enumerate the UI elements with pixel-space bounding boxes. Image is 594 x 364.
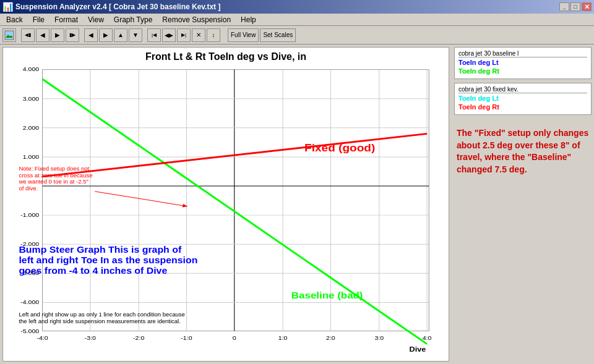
right-panel: cobra jet 30 baseline l ToeIn deg Lt Toe… (452, 44, 594, 364)
chart-svg: 4.000 3.000 2.000 1.000 -1.000 -2.000 -3… (3, 64, 449, 355)
svg-rect-3 (43, 70, 429, 331)
cross-btn[interactable]: ✕ (192, 28, 205, 42)
menu-format[interactable]: Format (50, 14, 83, 25)
svg-text:-5.000: -5.000 (20, 328, 39, 334)
arrow-right2-btn[interactable]: ▶ (99, 28, 113, 42)
baseline-bad-label: Baseline (bad) (291, 289, 363, 300)
minimize-btn[interactable]: _ (559, 2, 569, 11)
bump-steer-line3: goes from -4 to 4 inches of Dive (19, 266, 167, 276)
fixed-toein-lt: ToeIn deg Lt (458, 95, 587, 102)
image-icon (4, 30, 14, 40)
svg-rect-1 (6, 32, 13, 39)
small-note-1: Left and right show up as only 1 line fo… (19, 311, 184, 318)
lr-center-btn[interactable]: ◀▶ (162, 28, 176, 42)
fixed-legend: cobra jet 30 fixed kev. ToeIn deg Lt Toe… (454, 83, 592, 115)
note-text: Note: Fixed setup does not (19, 166, 89, 172)
svg-text:0: 0 (233, 334, 236, 341)
arrow-down-btn[interactable]: ▼ (129, 28, 142, 42)
menu-back[interactable]: Back (1, 14, 28, 25)
svg-text:1:0: 1:0 (278, 334, 288, 341)
svg-text:-2:0: -2:0 (133, 334, 145, 341)
svg-text:-1.000: -1.000 (20, 211, 39, 218)
title-bar-controls: _ □ ✕ (559, 2, 592, 11)
note-text3: we wanted 0 toe in at -2.5" (18, 179, 88, 185)
svg-text:4:0: 4:0 (423, 334, 432, 341)
arrow-left-btn[interactable]: ◀ (36, 28, 50, 42)
end-right-btn[interactable]: ▶| (177, 28, 191, 42)
note-text4: of dive. (19, 185, 38, 192)
note-text2: cross at zero toe in because (19, 172, 92, 179)
set-scales-btn[interactable]: Set Scales (260, 28, 296, 42)
svg-text:-4.000: -4.000 (20, 299, 39, 305)
fixed-toein-rt: ToeIn deg Rt (458, 103, 587, 111)
baseline-toein-rt: ToeIn deg Rt (458, 67, 587, 75)
svg-text:2:0: 2:0 (326, 334, 335, 341)
toolbar: ◀▮ ◀ ▶ ▮▶ ◀ ▶ ▲ ▼ |◀ ◀▶ ▶| ✕ ↕ Full View… (0, 26, 594, 44)
fixed-legend-title: cobra jet 30 fixed kev. (458, 86, 587, 93)
menu-view[interactable]: View (83, 14, 109, 25)
svg-text:4.000: 4.000 (23, 66, 40, 72)
baseline-legend: cobra jet 30 baseline l ToeIn deg Lt Toe… (454, 47, 592, 79)
close-btn[interactable]: ✕ (582, 2, 592, 11)
description-text: The "Fixed" setup only changes about 2.5… (454, 125, 592, 178)
bump-steer-title: Bump Steer Graph This is graph of (19, 244, 182, 254)
baseline-toein-lt: ToeIn deg Lt (458, 59, 587, 66)
title-bar: 📊 Suspension Analyzer v2.4 [ Cobra Jet 3… (0, 0, 594, 14)
menu-remove-suspension[interactable]: Remove Suspension (157, 14, 236, 25)
chart-area: Front Lt & Rt ToeIn deg vs Dive, in (2, 47, 449, 362)
svg-text:1.000: 1.000 (23, 153, 40, 159)
dive-axis-label: Dive (409, 345, 426, 353)
main-content: Front Lt & Rt ToeIn deg vs Dive, in (0, 44, 594, 364)
image-toolbar-btn[interactable] (2, 28, 16, 42)
svg-text:-4:0: -4:0 (37, 334, 48, 341)
arrow-right-btn[interactable]: ▶ (51, 28, 64, 42)
menu-file[interactable]: File (28, 14, 50, 25)
app-icon: 📊 (2, 2, 13, 12)
bump-steer-line2: left and right Toe In as the suspension (19, 255, 197, 265)
fixed-good-label: Fixed (good) (304, 142, 375, 154)
maximize-btn[interactable]: □ (570, 2, 580, 11)
menu-bar: Back File Format View Graph Type Remove … (0, 14, 594, 26)
ud-btn[interactable]: ↕ (207, 28, 220, 42)
svg-text:-3:0: -3:0 (85, 334, 97, 341)
svg-text:3:0: 3:0 (374, 334, 384, 341)
chart-title: Front Lt & Rt ToeIn deg vs Dive, in (3, 48, 449, 64)
small-note-2: the left and right side suspension measu… (19, 318, 180, 324)
svg-text:-1:0: -1:0 (181, 334, 192, 341)
arrow-left2-btn[interactable]: ◀ (84, 28, 98, 42)
baseline-legend-title: cobra jet 30 baseline l (458, 50, 587, 57)
title-bar-left: 📊 Suspension Analyzer v2.4 [ Cobra Jet 3… (2, 2, 220, 12)
arrow-up-btn[interactable]: ▲ (114, 28, 127, 42)
full-view-btn[interactable]: Full View (228, 28, 259, 42)
svg-text:3.000: 3.000 (23, 95, 40, 101)
window-title: Suspension Analyzer v2.4 [ Cobra Jet 30 … (15, 2, 220, 11)
menu-help[interactable]: Help (236, 14, 261, 25)
arrow-right-right-btn[interactable]: ▮▶ (66, 28, 79, 42)
menu-graph-type[interactable]: Graph Type (109, 14, 157, 25)
arrow-left-left-btn[interactable]: ◀▮ (21, 28, 35, 42)
svg-text:2.000: 2.000 (23, 124, 40, 130)
home-left-btn[interactable]: |◀ (147, 28, 161, 42)
